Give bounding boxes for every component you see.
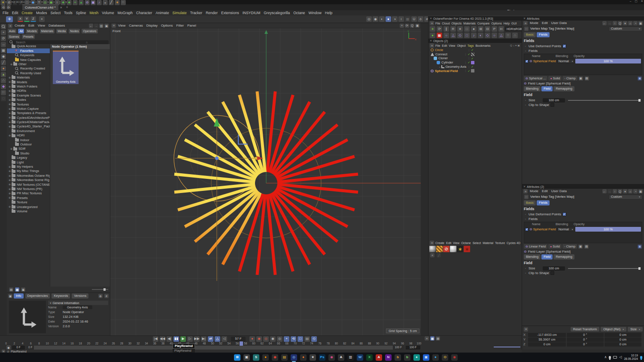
- menu-item[interactable]: Tracker: [188, 11, 204, 15]
- material-thumbnail[interactable]: [443, 246, 450, 252]
- asset-tree-item[interactable]: Recently Used: [7, 71, 50, 75]
- tool-icon[interactable]: ╱: [1, 60, 6, 65]
- menu-item[interactable]: Octane: [460, 241, 472, 244]
- menu-item[interactable]: Databases: [47, 24, 67, 27]
- pan-view-icon[interactable]: +: [400, 24, 404, 28]
- tool-icon[interactable]: ▦: [1, 48, 6, 53]
- taskbar-app-icon[interactable]: ◎: [291, 354, 297, 361]
- position-field[interactable]: 55.3907 cm: [528, 338, 566, 342]
- hamburger-icon[interactable]: ≡: [524, 327, 528, 332]
- object-row[interactable]: Cloner ⋮ ✓: [428, 56, 522, 60]
- menu-item[interactable]: File: [1, 11, 10, 15]
- expand-icon[interactable]: ⊕: [9, 85, 12, 88]
- asset-tree-item[interactable]: Recently Created: [7, 66, 50, 71]
- tool-icon[interactable]: ⟳: [18, 0, 24, 5]
- expand-icon[interactable]: ⊕: [9, 125, 12, 128]
- taskbar-app-icon[interactable]: N: [385, 354, 392, 361]
- microphone-icon[interactable]: [609, 356, 611, 359]
- menu-item[interactable]: Edit: [441, 44, 448, 47]
- thumbnail-zoom-slider[interactable]: [92, 289, 108, 290]
- size-value-field[interactable]: 100 cm: [543, 266, 565, 271]
- field-enabled-checkbox[interactable]: ✓: [525, 228, 529, 231]
- object-row[interactable]: Connect ⋮ ✓: [428, 52, 522, 57]
- move-tool-icon[interactable]: ✢: [6, 16, 13, 22]
- toolbar-icon[interactable]: |◀: [153, 336, 158, 342]
- expand-icon[interactable]: ⊕: [9, 76, 12, 79]
- tab-field[interactable]: Field: [541, 254, 553, 259]
- enabled-check-icon[interactable]: ✓: [468, 61, 470, 64]
- hamburger-icon[interactable]: ≡: [430, 241, 434, 245]
- tray-expand-icon[interactable]: ∧: [604, 356, 607, 359]
- tab-pill[interactable]: Versions: [72, 293, 88, 299]
- menu-item[interactable]: Cycles 4D: [506, 241, 521, 244]
- asset-tree-item[interactable]: ⊕ NM Textures (PR): [7, 187, 50, 191]
- toolbar-icon[interactable]: ∷: [505, 33, 511, 38]
- menu-item[interactable]: Spline: [74, 11, 88, 15]
- menu-item[interactable]: Animate: [154, 11, 170, 15]
- asset-tree-item[interactable]: ⊕ Templates & Presets: [7, 111, 50, 115]
- tab-pill[interactable]: All: [18, 29, 24, 33]
- general-information-header[interactable]: ▾General Information: [48, 301, 108, 305]
- object-row[interactable]: Circle ⋮ ✓: [428, 48, 522, 52]
- tab-pill[interactable]: Media: [56, 29, 67, 33]
- zoom-view-icon[interactable]: Q: [410, 24, 414, 28]
- expand-icon[interactable]: ⊕: [9, 90, 12, 92]
- expand-icon[interactable]: ⊕: [10, 148, 13, 150]
- toolbar-icon[interactable]: ▦: [405, 16, 410, 22]
- expand-icon[interactable]: ⊕: [9, 116, 12, 119]
- taskbar-app-icon[interactable]: ▤: [281, 354, 288, 361]
- asset-tree-item[interactable]: ⊕ Motion Capture: [7, 106, 50, 111]
- asset-tree-item[interactable]: ⊕ Uncategorized: [7, 205, 50, 209]
- asset-tree-item[interactable]: ⊕ Textures: [7, 102, 50, 106]
- edit-material-icon[interactable]: ╱: [437, 253, 441, 257]
- menu-item[interactable]: Filter: [174, 24, 185, 27]
- menu-item[interactable]: Cameras: [127, 24, 144, 27]
- menu-item[interactable]: INSYDIUM: [241, 11, 262, 15]
- taskbar-app-icon[interactable]: ●: [432, 354, 439, 361]
- toolbar-icon[interactable]: □: [298, 336, 303, 342]
- asset-tree-item[interactable]: ⊕ Nodes: [7, 98, 50, 102]
- object-row[interactable]: ⌐ Geometry Axis ⋮ ✓: [428, 65, 522, 69]
- asset-tree-item[interactable]: ⊕ HDRIs: [7, 89, 50, 93]
- asset-tree-item[interactable]: Volume: [7, 209, 50, 213]
- tool-icon[interactable]: ▢: [12, 0, 18, 5]
- field-type-tab[interactable]: ⊖Spherical ...: [524, 76, 547, 81]
- menu-item[interactable]: Edit: [10, 11, 20, 15]
- tab-remapping[interactable]: Remapping: [553, 254, 574, 259]
- taskbar-app-icon[interactable]: W: [357, 354, 363, 361]
- toolbar-icon[interactable]: ○: [444, 33, 449, 38]
- tab-add-icon[interactable]: +: [64, 6, 70, 9]
- tool-icon[interactable]: □: [1, 96, 6, 101]
- menu-item[interactable]: View: [452, 241, 460, 244]
- y-axis-lock-button[interactable]: Y: [24, 16, 30, 22]
- taskbar-app-icon[interactable]: A: [338, 354, 344, 361]
- taskbar-app-icon[interactable]: b: [395, 354, 401, 361]
- field-list-row[interactable]: ✓ ⊖ Spherical Field Normal▾ 100 %: [524, 58, 642, 64]
- menu-item[interactable]: File: [434, 44, 441, 47]
- expand-icon[interactable]: ⊕: [9, 192, 12, 195]
- expand-icon[interactable]: ⊕: [9, 188, 12, 190]
- toolbar-icon[interactable]: ⟳: [437, 26, 442, 32]
- back-icon[interactable]: ←: [602, 189, 607, 193]
- visibility-dots-icon[interactable]: ⋮: [468, 57, 470, 60]
- toolbar-icon[interactable]: ◇: [457, 33, 463, 38]
- hamburger-icon[interactable]: ≡: [112, 24, 116, 28]
- expand-icon[interactable]: ⊕: [9, 196, 12, 199]
- toolbar-icon[interactable]: ö: [418, 16, 423, 22]
- preset-dropdown[interactable]: Custom▾: [609, 27, 642, 31]
- asset-tree-item[interactable]: ⊕ HDRI: [7, 133, 50, 138]
- toolbar-icon[interactable]: +: [284, 336, 289, 342]
- toolbar-icon[interactable]: ◀◀: [160, 336, 165, 342]
- tab-basic[interactable]: Basic: [524, 200, 536, 205]
- active-microphone-icon[interactable]: [640, 356, 642, 359]
- menu-item[interactable]: View: [36, 24, 47, 27]
- view-grid-icon[interactable]: ▦: [15, 287, 19, 292]
- taskbar-app-icon[interactable]: ★: [310, 354, 316, 361]
- export-icon[interactable]: ▣: [516, 44, 521, 47]
- range-end-field[interactable]: 100 F: [406, 346, 420, 350]
- asset-tree-item[interactable]: New Capsules: [7, 57, 50, 62]
- tab-fields[interactable]: Fields: [537, 32, 550, 37]
- tab-remapping[interactable]: Remapping: [553, 86, 574, 91]
- asset-tree-item[interactable]: Indoor: [7, 138, 50, 142]
- enabled-check-icon[interactable]: ✓: [471, 65, 474, 68]
